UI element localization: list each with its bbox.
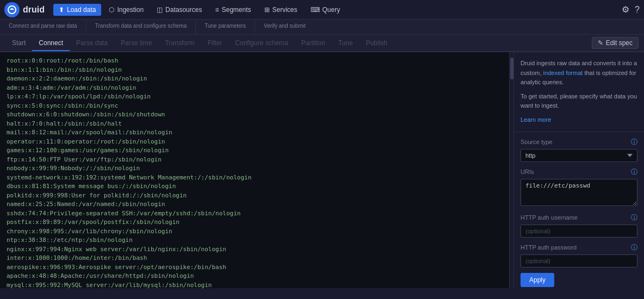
help-icon[interactable]: ?: [635, 5, 640, 15]
apply-button[interactable]: Apply: [521, 273, 554, 287]
data-line: mail:x:8:12:mail:/var/spool/mail:/sbin/n…: [7, 128, 503, 138]
top-nav: druid ⬆ Load data ⬡ Ingestion ◫ Datasour…: [0, 0, 644, 20]
data-line: ftp:x:14:50:FTP User:/var/ftp:/sbin/nolo…: [7, 155, 503, 165]
data-line: mysql:x:995:992:MySQL server:/var/lib/my…: [7, 281, 503, 289]
data-line: nobody:x:99:99:Nobody:/:/sbin/nologin: [7, 164, 503, 173]
edit-spec-icon: ✎: [598, 39, 603, 47]
info-text-2: To get started, please specify what data…: [521, 92, 637, 111]
scroll-divider: [509, 52, 513, 288]
info-text: Druid ingests raw data and converts it i…: [521, 59, 637, 88]
http-auth-password-info-icon[interactable]: ⓘ: [631, 243, 637, 252]
data-line: named:x:25:25:Named:/var/named:/sbin/nol…: [7, 200, 503, 209]
transform-step-group: Transform data and configure schema: [86, 20, 196, 34]
data-line: games:x:12:100:games:/usr/games:/sbin/no…: [7, 146, 503, 155]
data-line: apache:x:48:48:Apache:/usr/share/httpd:/…: [7, 272, 503, 281]
source-type-label: Source type: [521, 139, 553, 145]
data-line: postfix:x:89:89:/var/spool/postfix:/sbin…: [7, 218, 503, 227]
http-auth-password-input[interactable]: [521, 254, 637, 267]
data-line: daemon:x:2:2:daemon:/sbin:/sbin/nologin: [7, 74, 503, 84]
uris-label: URIs: [521, 169, 534, 175]
info-section: Druid ingests raw data and converts it i…: [514, 52, 644, 132]
data-line: root:x:0:0:root:/root:/bin/bash: [7, 57, 503, 66]
tune-step-group: Tune parameters: [196, 20, 255, 34]
upload-icon: ⬆: [59, 6, 64, 14]
step-header: Connect and parse raw data Transform dat…: [0, 20, 644, 35]
ingestion-icon: ⬡: [109, 6, 114, 14]
data-line: nginx:x:997:994:Nginx web server:/var/li…: [7, 245, 503, 254]
tab-configure-schema: Configure schema: [228, 36, 294, 51]
tab-connect[interactable]: Connect: [32, 36, 70, 51]
tab-partition: Partition: [295, 36, 332, 51]
http-auth-password-label-row: HTTP auth password ⓘ: [521, 243, 637, 252]
query-label: Query: [323, 6, 340, 14]
query-nav-button[interactable]: ⌨ Query: [305, 4, 346, 16]
edit-spec-button[interactable]: ✎ Edit spec: [592, 37, 639, 49]
form-section: Source type ⓘ http local s3 URIs ⓘ file:…: [514, 132, 644, 288]
indexed-format-link[interactable]: indexed format: [543, 70, 583, 76]
data-line: sshdx:74:74:Privilege-separated SSH:/var…: [7, 209, 503, 219]
tab-parse-data: Parse data: [70, 36, 114, 51]
data-line: polkitd:x:999:998:User for polkitd:/:/sb…: [7, 191, 503, 201]
http-auth-password-label: HTTP auth password: [521, 244, 577, 251]
connect-step-group: Connect and parse raw data: [0, 20, 86, 34]
load-data-label: Load data: [67, 6, 96, 14]
data-panel[interactable]: root:x:0:0:root:/root:/bin/bashbin:x:1:1…: [0, 52, 509, 288]
uris-info-icon[interactable]: ⓘ: [631, 167, 637, 177]
source-type-label-row: Source type ⓘ: [521, 138, 637, 147]
uris-label-row: URIs ⓘ: [521, 167, 637, 177]
source-type-select[interactable]: http local s3: [521, 149, 637, 162]
http-auth-username-info-icon[interactable]: ⓘ: [631, 213, 637, 222]
source-type-info-icon[interactable]: ⓘ: [631, 138, 637, 147]
edit-spec-label: Edit spec: [606, 39, 633, 47]
tab-publish: Publish: [360, 36, 394, 51]
segments-nav-button[interactable]: ≡ Segments: [209, 4, 256, 16]
http-auth-username-label-row: HTTP auth username ⓘ: [521, 213, 637, 222]
data-line: halt:x:7:0:halt:/sbin:/sbin/halt: [7, 120, 503, 129]
main-content: root:x:0:0:root:/root:/bin/bashbin:x:1:1…: [0, 52, 644, 288]
learn-more-link[interactable]: Learn more: [521, 116, 551, 123]
datasources-nav-button[interactable]: ◫ Datasources: [151, 4, 207, 16]
tab-parse-time: Parse time: [114, 36, 158, 51]
data-line: sync:x:5:0:sync:/sbin:/bin/sync: [7, 102, 503, 111]
datasources-icon: ◫: [157, 6, 163, 14]
nav-right: ⚙ ?: [622, 4, 640, 15]
data-line: inter:x:1000:1000:/home/inter:/bin/bash: [7, 254, 503, 263]
ingestion-nav-button[interactable]: ⬡ Ingestion: [103, 4, 149, 16]
tab-filter: Filter: [201, 36, 229, 51]
tab-start[interactable]: Start: [5, 36, 32, 51]
segments-icon: ≡: [215, 6, 219, 14]
right-panel: Druid ingests raw data and converts it i…: [513, 52, 644, 288]
ingestion-label: Ingestion: [117, 6, 144, 14]
transform-step-label: Transform data and configure schema: [95, 23, 187, 29]
tab-bar: Start Connect Parse data Parse time Tran…: [0, 35, 644, 52]
tune-step-label: Tune parameters: [205, 23, 246, 29]
logo-text: druid: [23, 5, 45, 15]
query-icon: ⌨: [311, 6, 320, 14]
http-auth-username-label: HTTP auth username: [521, 214, 578, 221]
tab-tune: Tune: [332, 36, 360, 51]
data-line: shutdown:x:6:0:shutdown:/sbin:/sbin/shut…: [7, 110, 503, 120]
services-icon: ⊞: [264, 6, 270, 14]
data-line: lp:x:4:7:lp:/var/spool/lpd:/sbin/nologin: [7, 92, 503, 102]
verify-step-label: Verify and submit: [264, 23, 306, 29]
data-line: adm:x:3:4:adm:/var/adm:/sbin/nologin: [7, 84, 503, 93]
services-nav-button[interactable]: ⊞ Services: [259, 4, 303, 16]
logo-icon: [4, 2, 20, 17]
segments-label: Segments: [221, 6, 251, 14]
data-line: aerospike:x:996:993:Aerospike server:/op…: [7, 263, 503, 272]
http-auth-username-input[interactable]: [521, 225, 637, 238]
tab-transform: Transform: [158, 36, 201, 51]
settings-icon[interactable]: ⚙: [622, 4, 629, 15]
data-line: bin:x:1:1:bin:/bin:/sbin/nologin: [7, 66, 503, 75]
verify-step-group: Verify and submit: [255, 20, 314, 34]
logo: druid: [4, 2, 45, 17]
datasources-label: Datasources: [165, 6, 202, 14]
uris-input[interactable]: file:///etc/passwd: [521, 179, 637, 206]
load-data-button[interactable]: ⬆ Load data: [53, 4, 101, 16]
data-line: chrony:x:998:995:/var/lib/chrony:/sbin/n…: [7, 227, 503, 236]
connect-step-label: Connect and parse raw data: [9, 23, 77, 29]
data-line: systemd-network:x:192:192:systemd Networ…: [7, 173, 503, 183]
scroll-thumb[interactable]: [510, 58, 513, 79]
services-label: Services: [273, 6, 298, 14]
data-line: operator:x:11:0:operator:/root:/sbin/nol…: [7, 138, 503, 147]
